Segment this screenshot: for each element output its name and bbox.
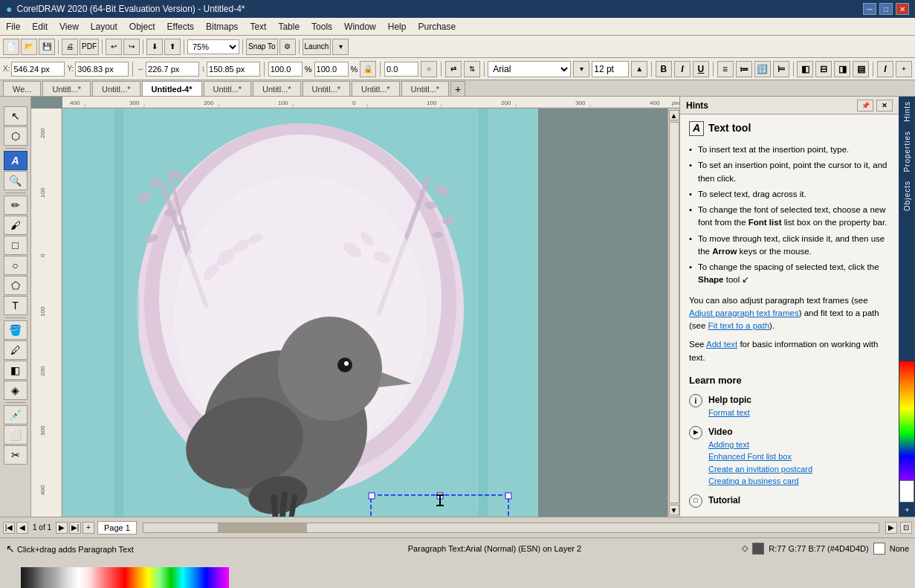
color-white-swatch[interactable]	[899, 480, 914, 503]
business-card-link[interactable]: Creating a business card	[708, 475, 812, 488]
tab-0[interactable]: We...	[3, 81, 41, 96]
snap-to-button[interactable]: Snap To	[246, 39, 278, 55]
h-pct-input[interactable]	[314, 62, 349, 77]
add-text-link[interactable]: Add text	[706, 340, 737, 349]
tab-3-active[interactable]: Untitled-4*	[142, 81, 202, 96]
y-input[interactable]	[75, 62, 129, 77]
horizontal-scrollbar[interactable]	[143, 523, 879, 533]
new-button[interactable]: 📄	[3, 39, 19, 55]
fill-color-swatch[interactable]	[752, 543, 764, 555]
add-color-button[interactable]: +	[902, 503, 913, 517]
freehand-pick-button[interactable]: ⬡	[4, 126, 28, 146]
h-scroll-thumb[interactable]	[218, 523, 307, 532]
format-text-link[interactable]: Format text	[708, 407, 751, 419]
prev-page-button[interactable]: ◀	[16, 522, 28, 534]
fill-tool-button[interactable]: 🪣	[4, 320, 28, 340]
artistic-media-button[interactable]: 🖌	[4, 216, 28, 235]
next-page-button[interactable]: ▶	[56, 522, 68, 534]
text-tool-button2[interactable]: T	[4, 296, 28, 315]
title-bar-controls[interactable]: ─ □ ✕	[863, 3, 909, 15]
tab-1[interactable]: Untitl...*	[42, 81, 91, 96]
italic-button[interactable]: I	[674, 61, 691, 77]
tab-add-button[interactable]: +	[450, 81, 465, 96]
font-size-input[interactable]	[592, 61, 629, 77]
outline-swatch[interactable]	[873, 543, 885, 555]
text-tool-button[interactable]: A	[4, 151, 28, 170]
menu-tools[interactable]: Tools	[305, 19, 338, 34]
outline-tool-button[interactable]: 🖊	[4, 340, 28, 360]
enhanced-font-link[interactable]: Enhanced Font list box	[708, 450, 812, 463]
indent-button[interactable]: ⊨	[773, 61, 789, 77]
x-input[interactable]	[11, 62, 65, 77]
font-dropdown-arrow[interactable]: ▾	[573, 61, 589, 77]
align-center-button[interactable]: ⊟	[815, 61, 832, 77]
objects-tab-label[interactable]: Objects	[902, 176, 913, 216]
menu-text[interactable]: Text	[244, 19, 272, 34]
menu-edit[interactable]: Edit	[26, 19, 54, 34]
open-button[interactable]: 📂	[21, 39, 37, 55]
crop-button[interactable]: ✂	[4, 445, 28, 465]
tab-2[interactable]: Untitl...*	[92, 81, 140, 96]
fit-text-link[interactable]: Fit text to a path	[708, 321, 769, 330]
adding-text-link[interactable]: Adding text	[708, 439, 812, 451]
add-button[interactable]: +	[896, 61, 912, 77]
scroll-down-button[interactable]: ▼	[669, 505, 679, 515]
menu-object[interactable]: Object	[123, 19, 161, 34]
v-scroll-thumb[interactable]	[669, 122, 679, 503]
eraser-button[interactable]: ⬜	[4, 425, 28, 445]
transparency-tool-button[interactable]: ◈	[4, 381, 28, 400]
scroll-up-button[interactable]: ▲	[669, 110, 679, 120]
minimize-button[interactable]: ─	[863, 3, 876, 15]
last-page-button[interactable]: ▶|	[69, 522, 81, 534]
adjust-paragraph-link[interactable]: Adjust paragraph text frames	[689, 308, 799, 317]
angle-reset-button[interactable]: ○	[421, 61, 437, 77]
align-right-button[interactable]: ◨	[834, 61, 850, 77]
pdf-button[interactable]: PDF	[80, 39, 99, 55]
zoom-fit-button[interactable]: ⊡	[900, 522, 912, 534]
align-justify-button[interactable]: ▤	[853, 61, 869, 77]
launch-arrow[interactable]: ▾	[332, 39, 349, 55]
invitation-link[interactable]: Create an invitation postcard	[708, 463, 812, 476]
v-scrollbar-area[interactable]: ▲ ▼	[667, 109, 679, 517]
ellipse-tool-button[interactable]: ○	[4, 256, 28, 275]
tab-4[interactable]: Untitl...*	[204, 81, 252, 96]
rectangle-tool-button[interactable]: □	[4, 236, 28, 255]
hints-tab-label[interactable]: Hints	[902, 97, 913, 126]
align-options-button[interactable]: ≡	[717, 61, 734, 77]
redo-button[interactable]: ↪	[123, 39, 140, 55]
font-size-up-button[interactable]: ▲	[631, 61, 647, 77]
close-button[interactable]: ✕	[896, 3, 909, 15]
add-page-button[interactable]: +	[83, 522, 94, 534]
menu-table[interactable]: Table	[272, 19, 305, 34]
menu-view[interactable]: View	[54, 19, 85, 34]
properties-tab-label[interactable]: Properties	[902, 126, 913, 177]
zoom-tool-button[interactable]: 🔍	[4, 171, 28, 190]
tab-7[interactable]: Untitl...*	[352, 81, 400, 96]
hints-close-button[interactable]: ✕	[876, 100, 893, 112]
bold-button[interactable]: B	[656, 61, 672, 77]
save-button[interactable]: 💾	[39, 39, 55, 55]
menu-bitmaps[interactable]: Bitmaps	[200, 19, 244, 34]
color-palette-bar[interactable]	[21, 567, 229, 588]
mirror-h-button[interactable]: ⇄	[445, 61, 462, 77]
tab-8[interactable]: Untitl...*	[401, 81, 450, 96]
mirror-v-button[interactable]: ⇅	[464, 61, 480, 77]
launch-button[interactable]: Launch	[303, 39, 332, 55]
select-tool-button[interactable]: ↖	[4, 106, 28, 126]
zoom-dropdown[interactable]: 75% 50% 100%	[187, 39, 239, 54]
w-pct-input[interactable]	[268, 62, 303, 77]
menu-window[interactable]: Window	[338, 19, 382, 34]
maximize-button[interactable]: □	[879, 3, 893, 15]
canvas-area[interactable]: 400 300 200 100 0 100 200 300 40	[31, 97, 679, 517]
shadow-tool-button[interactable]: ◧	[4, 361, 28, 380]
freehand-tool-button[interactable]: ✏	[4, 196, 28, 215]
first-page-button[interactable]: |◀	[3, 522, 15, 534]
eyedropper-button[interactable]: 💉	[4, 405, 28, 424]
color-picker-band[interactable]	[899, 361, 914, 480]
underline-button[interactable]: U	[693, 61, 709, 77]
angle-input[interactable]	[384, 62, 418, 77]
export-button[interactable]: ⬆	[164, 39, 181, 55]
align-left-button[interactable]: ◧	[797, 61, 813, 77]
w-input[interactable]	[146, 62, 199, 77]
menu-layout[interactable]: Layout	[85, 19, 123, 34]
